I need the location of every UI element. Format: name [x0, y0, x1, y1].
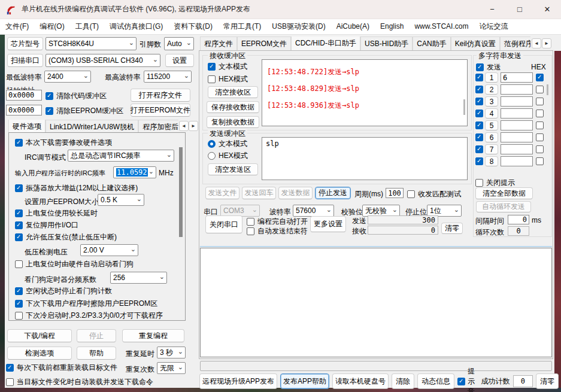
menu-forum[interactable]: 论坛交流	[474, 19, 513, 34]
tab-eeprom-file[interactable]: EEPROM文件	[237, 37, 291, 50]
multisend-scrollbar-thumb[interactable]	[547, 84, 548, 95]
tab-program-file[interactable]: 程序文件	[200, 37, 237, 50]
multisend-row-number-button[interactable]: 3	[485, 96, 498, 107]
multisend-row-number-button[interactable]: 2	[485, 84, 498, 95]
irc-freq-combo[interactable]: 11.0592	[113, 166, 156, 178]
multisend-row-hex-checkbox[interactable]	[536, 86, 544, 93]
multisend-row-hex-checkbox[interactable]	[536, 121, 544, 129]
right-tabs-scroll-left-icon[interactable]: ◄	[532, 38, 541, 48]
idle-stop-wdt-checkbox[interactable]	[15, 287, 23, 295]
menu-downloads[interactable]: 资料下载(D)	[168, 19, 218, 34]
send-buffer-textarea[interactable]: slp	[262, 137, 468, 180]
menu-website[interactable]: www.STCAI.com	[409, 19, 474, 34]
multisend-row-checkbox[interactable]	[475, 157, 483, 165]
receive-scrollbar-thumb[interactable]	[463, 99, 465, 115]
read-disk-id-button[interactable]: 读取本机硬盘号	[332, 373, 389, 389]
log-output-area[interactable]	[200, 248, 552, 357]
tab-program-encrypt[interactable]: 程序加密后	[138, 120, 178, 132]
menu-usb-driver[interactable]: USB驱动安装(D)	[266, 19, 330, 34]
clear-tx-rx-count-button[interactable]: 清零	[441, 223, 463, 234]
tab-hardware-options[interactable]: 硬件选项	[8, 120, 46, 132]
multisend-row-hex-checkbox[interactable]	[536, 133, 544, 141]
auto-open-checkbox[interactable]	[247, 218, 254, 226]
max-baud-combo[interactable]: 115200	[144, 71, 192, 83]
tab-usb-hid-assistant[interactable]: USB-HID助手	[360, 37, 413, 50]
send-data-button[interactable]: 发送数据	[278, 187, 313, 199]
hw-watchdog-checkbox[interactable]	[15, 260, 23, 268]
multisend-row-checkbox[interactable]	[475, 74, 483, 81]
maximize-button[interactable]: □	[506, 0, 533, 19]
scan-port-button[interactable]: 扫描串口	[7, 54, 43, 67]
match-test-checkbox[interactable]	[407, 190, 415, 198]
multisend-row-hex-checkbox[interactable]	[536, 110, 544, 117]
receive-text-mode-checkbox[interactable]	[208, 63, 216, 71]
hw-options-scrollbar-thumb[interactable]	[179, 147, 183, 237]
multisend-row-hex-checkbox[interactable]	[536, 145, 544, 153]
multisend-row-input[interactable]	[501, 96, 533, 107]
repeat-count-combo[interactable]: 无限	[157, 362, 186, 374]
eeprom-start-address-input[interactable]: 0x0000	[6, 105, 42, 116]
menu-common-tools[interactable]: 常用工具(T)	[218, 19, 266, 34]
multisend-row-number-button[interactable]: 1	[485, 72, 498, 83]
save-receive-data-button[interactable]: 保存接收数据	[207, 101, 259, 113]
minimize-button[interactable]: −	[478, 0, 506, 19]
check-options-button[interactable]: 检测选项	[7, 347, 72, 360]
tab-can-assistant[interactable]: CAN助手	[413, 37, 450, 50]
multisend-row-hex-checkbox[interactable]	[536, 74, 544, 81]
osc-gain-checkbox[interactable]	[15, 184, 23, 192]
modify-hw-options-checkbox[interactable]	[15, 139, 23, 147]
help-button[interactable]: 帮助	[77, 347, 116, 360]
receive-hex-mode-checkbox[interactable]	[208, 75, 216, 83]
cold-boot-p32-checkbox[interactable]	[15, 312, 23, 320]
send-file-button[interactable]: 发送文件	[205, 187, 239, 199]
long-por-delay-checkbox[interactable]	[15, 209, 23, 217]
multisend-row-number-button[interactable]: 8	[485, 156, 498, 166]
multisend-row-checkbox[interactable]	[475, 110, 483, 117]
multisend-row-checkbox[interactable]	[475, 86, 483, 93]
close-tip-checkbox[interactable]	[475, 179, 483, 187]
period-input[interactable]: 100	[386, 188, 404, 198]
dynamic-info-button[interactable]: 动态信息	[417, 373, 454, 389]
repeat-program-button[interactable]: 重复编程	[122, 329, 184, 342]
code-start-address-input[interactable]: 0x0000	[6, 90, 42, 101]
auto-cycle-send-button[interactable]: 自动循环发送	[476, 201, 531, 212]
multisend-row-hex-checkbox[interactable]	[536, 98, 544, 105]
multisend-row-checkbox[interactable]	[475, 98, 483, 105]
multisend-row-input[interactable]	[501, 144, 533, 154]
clear-all-data-button[interactable]: 清空全部数据	[475, 187, 533, 199]
menu-file[interactable]: 文件(F)	[0, 19, 34, 34]
multisend-row-checkbox[interactable]	[475, 145, 483, 153]
copy-receive-data-button[interactable]: 复制接收数据	[207, 116, 259, 128]
repeat-delay-combo[interactable]: 3 秒	[157, 347, 186, 358]
clear-receive-button[interactable]: 清空接收区	[208, 86, 258, 98]
multisend-row-number-button[interactable]: 5	[485, 120, 498, 130]
multisend-row-checkbox[interactable]	[475, 121, 483, 129]
tab-keil-sim-settings[interactable]: Keil仿真设置	[451, 37, 500, 50]
stop-button[interactable]: 停止	[77, 329, 116, 342]
more-settings-button[interactable]: 更多设置	[310, 216, 346, 232]
lvd-reset-checkbox[interactable]	[15, 233, 23, 241]
baud-combo[interactable]: 57600	[293, 205, 334, 217]
multisend-row-number-button[interactable]: 6	[485, 132, 498, 142]
receive-buffer-textarea[interactable]: [12:53:48.722]发送→slp [12:53:48.829]发送→sl…	[262, 59, 468, 126]
multisend-row-input[interactable]	[501, 156, 533, 166]
left-tabs-scroll-left-icon[interactable]: ◄	[179, 121, 189, 131]
hw-options-scrollbar[interactable]	[178, 134, 184, 319]
menu-english[interactable]: English	[375, 19, 409, 34]
port-combo[interactable]: COM3	[220, 205, 260, 217]
stopbit-combo[interactable]: 1位	[427, 205, 462, 217]
tab-link1d-offline[interactable]: Link1D/Writer1A/U8W脱机	[46, 120, 138, 132]
min-baud-combo[interactable]: 2400	[44, 71, 91, 83]
send-enter-button[interactable]: 发送回车	[242, 187, 276, 199]
multisend-row-input[interactable]: 6	[501, 72, 533, 83]
right-tabs-scroll-right-icon[interactable]: ►	[542, 38, 551, 48]
open-program-file-button[interactable]: 打开程序文件	[131, 89, 190, 102]
irc-mode-combo[interactable]: 总是动态调节IRC频率	[68, 150, 174, 162]
wdt-prescaler-combo[interactable]: 256	[110, 272, 167, 284]
remote-upgrade-publish-button[interactable]: 远程现场升级APP发布	[199, 373, 277, 389]
menu-program[interactable]: 编程(O)	[34, 19, 69, 34]
multisend-row-number-button[interactable]: 7	[485, 144, 498, 154]
chip-model-combo[interactable]: STC8H8K64U	[46, 37, 137, 50]
reload-target-checkbox[interactable]	[6, 364, 14, 372]
serial-port-combo[interactable]: (COM3) USB-SERIAL CH340	[46, 54, 160, 67]
